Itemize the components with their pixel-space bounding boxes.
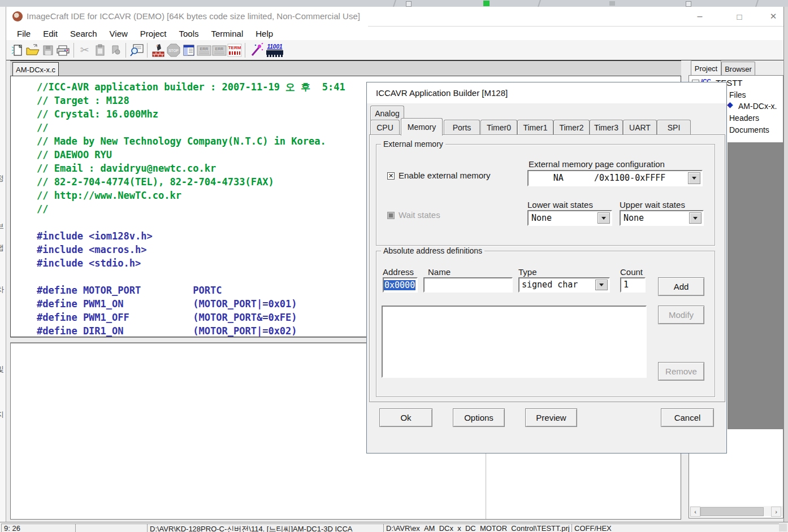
page-config-value: NA /0x1100-0xFFFF bbox=[529, 171, 690, 185]
toolbar-separator bbox=[147, 43, 148, 58]
chevron-down-icon bbox=[692, 177, 696, 180]
lower-wait-states-combobox[interactable]: None bbox=[527, 210, 612, 226]
new-file-button[interactable] bbox=[10, 42, 25, 58]
open-file-button[interactable] bbox=[25, 42, 40, 58]
tab-ports[interactable]: Ports bbox=[444, 120, 480, 135]
source-file-icon: ◆ bbox=[727, 100, 733, 109]
term-label: TERM bbox=[228, 45, 241, 50]
toolbar-separator bbox=[73, 43, 74, 58]
tab-label: Timer1 bbox=[523, 123, 547, 132]
print-button[interactable] bbox=[55, 42, 71, 58]
toolbar-separator bbox=[125, 43, 126, 58]
enable-external-memory-label: Enable external memory bbox=[399, 171, 491, 180]
status-file-path: D:\AVR\KD-128PRO-C-신버전\114. [느티씨]AM-DC1-… bbox=[147, 524, 386, 532]
menu-edit[interactable]: Edit bbox=[37, 29, 64, 38]
menu-help[interactable]: Help bbox=[249, 29, 279, 38]
left-strip-text: 지 bbox=[0, 409, 4, 420]
add-button[interactable]: Add bbox=[658, 277, 704, 296]
count-label: Count bbox=[620, 267, 643, 277]
tab-memory[interactable]: Memory bbox=[401, 118, 443, 136]
terminal-button[interactable]: TERM bbox=[227, 42, 242, 58]
tab-timer1[interactable]: Timer1 bbox=[517, 120, 553, 135]
status-project-path: D:\AVR\ex_AM_DCx_x_DC_MOTOR_Control\TEST… bbox=[383, 524, 574, 532]
tab-spi[interactable]: SPI bbox=[657, 120, 691, 135]
tree-item-headers[interactable]: Headers bbox=[729, 114, 759, 123]
cancel-button[interactable]: Cancel bbox=[661, 408, 714, 427]
name-input[interactable] bbox=[423, 277, 513, 293]
menu-tools[interactable]: Tools bbox=[173, 29, 205, 38]
type-label: Type bbox=[518, 267, 537, 277]
upper-wait-states-label: Upper wait states bbox=[620, 200, 685, 210]
menu-project[interactable]: Project bbox=[134, 29, 173, 38]
tab-timer2[interactable]: Timer2 bbox=[553, 120, 590, 135]
dialog-title-bar[interactable]: ICCAVR Application Builder [M128] bbox=[367, 82, 726, 103]
tab-label: Timer3 bbox=[594, 123, 618, 132]
save-button bbox=[40, 42, 55, 58]
chevron-down-icon bbox=[599, 284, 604, 286]
editor-tab[interactable]: AM-DCx-x.c bbox=[12, 62, 59, 77]
page-config-dropdown-button[interactable] bbox=[688, 172, 700, 184]
close-button[interactable]: ✕ bbox=[761, 9, 786, 24]
previous-error-icon: ERR bbox=[196, 43, 211, 57]
options-button[interactable]: Options bbox=[453, 408, 505, 427]
tree-item-documents[interactable]: Documents bbox=[729, 125, 769, 134]
tab-project[interactable]: Project bbox=[691, 60, 721, 76]
programmer-button[interactable]: 11001 bbox=[263, 42, 286, 58]
tab-label: Ports bbox=[453, 123, 471, 132]
wait-states-checkbox bbox=[387, 212, 395, 219]
ok-button[interactable]: Ok bbox=[379, 408, 432, 427]
tree-item-am-dcx[interactable]: AM-DCx-x. bbox=[738, 102, 777, 111]
menu-view[interactable]: View bbox=[103, 29, 134, 38]
name-label: Name bbox=[428, 267, 451, 277]
type-dropdown-button[interactable] bbox=[595, 280, 608, 290]
lower-wait-states-dropdown-button[interactable] bbox=[598, 212, 610, 224]
build-project-button[interactable] bbox=[150, 42, 166, 58]
screen: 정 브 댑 차 및 지 ImageCraft IDE for ICCAVR (D… bbox=[0, 0, 788, 532]
menu-search[interactable]: Search bbox=[64, 29, 103, 38]
search-in-files-button[interactable] bbox=[129, 42, 144, 58]
chip-label: 11001 bbox=[267, 43, 283, 50]
enable-external-memory-checkbox[interactable]: ✕ bbox=[387, 172, 395, 180]
find-button bbox=[107, 42, 123, 58]
application-builder-button[interactable] bbox=[248, 42, 263, 58]
tab-uart[interactable]: UART bbox=[623, 120, 657, 135]
type-combobox[interactable]: signed char bbox=[518, 277, 610, 293]
menu-file[interactable]: File bbox=[11, 29, 37, 38]
stop-icon: STOP bbox=[166, 43, 181, 58]
tab-timer3[interactable]: Timer3 bbox=[590, 120, 623, 135]
maximize-button[interactable]: □ bbox=[727, 9, 752, 24]
definitions-listbox[interactable] bbox=[382, 306, 647, 378]
scroll-right-arrow[interactable]: › bbox=[771, 507, 781, 517]
tree-item-files[interactable]: Files bbox=[729, 90, 746, 99]
statusbar-grip bbox=[779, 524, 787, 531]
minimize-button[interactable]: – bbox=[687, 9, 712, 24]
browser-tab-icon bbox=[406, 1, 412, 7]
upper-wait-states-dropdown-button[interactable] bbox=[689, 212, 702, 224]
project-options-button[interactable] bbox=[181, 42, 196, 58]
upper-wait-states-combobox[interactable]: None bbox=[620, 210, 704, 226]
preview-button[interactable]: Preview bbox=[525, 408, 577, 427]
address-input[interactable]: 0x0000 bbox=[383, 277, 418, 293]
tab-label: Memory bbox=[408, 123, 436, 132]
toolbar-separator bbox=[245, 43, 245, 58]
previous-error-button: ERR bbox=[196, 42, 211, 58]
project-panel-tabs: Project Browser bbox=[689, 60, 783, 75]
build-bricks-icon bbox=[151, 43, 166, 58]
tab-timer0[interactable]: Timer0 bbox=[480, 120, 517, 135]
scroll-thumb[interactable] bbox=[700, 507, 764, 516]
scroll-left-arrow[interactable]: ‹ bbox=[690, 507, 700, 517]
left-strip-text: 브 bbox=[0, 221, 4, 232]
left-strip-text: 정 bbox=[0, 173, 4, 184]
tab-cpu[interactable]: CPU bbox=[370, 120, 400, 135]
tab-label: Timer2 bbox=[559, 123, 583, 132]
tab-label: SPI bbox=[668, 123, 681, 132]
count-input[interactable]: 1 bbox=[620, 277, 646, 293]
tab-analog[interactable]: Analog bbox=[370, 106, 404, 120]
chevron-down-icon bbox=[693, 217, 698, 220]
page-config-combobox[interactable]: NA /0x1100-0xFFFF bbox=[527, 170, 703, 186]
project-hscrollbar: ‹ › bbox=[690, 506, 783, 516]
menu-terminal[interactable]: Terminal bbox=[205, 29, 250, 38]
browser-tab-icon bbox=[609, 1, 615, 6]
tab-browser[interactable]: Browser bbox=[721, 62, 755, 76]
status-bar: 9: 26 D:\AVR\KD-128PRO-C-신버전\114. [느티씨]A… bbox=[0, 522, 788, 532]
